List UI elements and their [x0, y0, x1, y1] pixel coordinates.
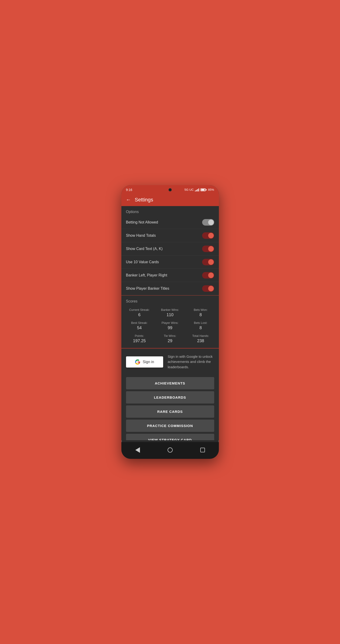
time-display: 9:16 [126, 188, 132, 192]
option-hand-totals: Show Hand Totals [121, 229, 219, 242]
signin-description: Sign in with Google to unlock achievemen… [168, 354, 214, 370]
signal-icon [195, 188, 199, 192]
score-cell-7: Tie Wins: 29 [157, 334, 184, 343]
score-label-5: Bets Lost: [187, 321, 214, 324]
score-label-3: Best Streak: [126, 321, 153, 324]
score-value-7: 29 [157, 338, 184, 343]
status-icons: 5G UC 85% [185, 188, 214, 192]
scores-grid: Current Streak: 6 Banker Wins: 110 Bets … [121, 305, 219, 348]
score-label-1: Banker Wins: [157, 308, 184, 312]
toggle-thumb-4 [208, 272, 214, 278]
settings-content: Options Betting Not Allowed Show Hand To… [121, 206, 219, 440]
toggle-banker-left[interactable] [202, 272, 214, 278]
score-cell-6: Points: 197.25 [126, 334, 153, 343]
score-value-3: 54 [126, 326, 153, 330]
phone-frame: 9:16 5G UC 85% ← Settings [121, 185, 219, 459]
score-cell-3: Best Streak: 54 [126, 321, 153, 330]
score-cell-4: Player Wins: 99 [157, 321, 184, 330]
score-value-5: 8 [187, 326, 214, 330]
toggle-thumb-2 [208, 246, 214, 252]
toggle-thumb-5 [208, 286, 214, 291]
google-logo-icon [135, 359, 140, 365]
score-cell-0: Current Streak: 6 [126, 308, 153, 317]
option-label-1: Show Hand Totals [126, 234, 156, 238]
achievements-button[interactable]: ACHIEVEMENTS [126, 377, 214, 389]
page-title: Settings [135, 197, 153, 203]
signal-bar-3 [197, 189, 198, 192]
toggle-thumb-3 [208, 259, 214, 265]
leaderboards-button[interactable]: LEADERBOARDS [126, 391, 214, 404]
option-card-text: Show Card Text (A, K) [121, 242, 219, 256]
signal-bar-2 [196, 190, 197, 192]
score-cell-2: Bets Won: 8 [187, 308, 214, 317]
score-value-1: 110 [157, 312, 184, 317]
option-label-4: Banker Left, Player Right [126, 273, 167, 278]
battery-icon [201, 188, 207, 191]
toggle-thumb-1 [208, 233, 214, 238]
recent-square-icon [200, 448, 205, 452]
score-label-2: Bets Won: [187, 308, 214, 312]
option-label-2: Show Card Text (A, K) [126, 247, 163, 251]
score-value-2: 8 [187, 312, 214, 317]
google-signin-button[interactable]: Sign in [126, 356, 163, 368]
google-signin-label: Sign in [143, 360, 154, 364]
navigation-bar [121, 442, 219, 459]
network-label: 5G UC [185, 188, 194, 192]
toggle-hand-totals[interactable] [202, 232, 214, 239]
score-label-4: Player Wins: [157, 321, 184, 324]
battery-percent: 85% [208, 188, 214, 192]
score-value-8: 238 [187, 338, 214, 343]
signal-bar-1 [195, 190, 196, 192]
nav-home-button[interactable] [166, 446, 174, 454]
score-label-7: Tie Wins: [157, 334, 184, 338]
score-cell-5: Bets Lost: 8 [187, 321, 214, 330]
app-header: ← Settings [121, 194, 219, 206]
signal-bar-4 [198, 188, 199, 192]
back-button[interactable]: ← [126, 197, 131, 203]
toggle-10-value[interactable] [202, 259, 214, 265]
camera-notch [168, 188, 172, 192]
options-section-label: Options [121, 206, 219, 216]
nav-recent-button[interactable] [198, 446, 207, 454]
signin-section: Sign in Sign in with Google to unlock ac… [121, 348, 219, 376]
view-strategy-button[interactable]: VIEW STRATEGY CARD [126, 434, 214, 440]
option-label-0: Betting Not Allowed [126, 220, 158, 224]
option-label-5: Show Player Banker Titles [126, 286, 169, 291]
back-triangle-icon [135, 447, 140, 453]
option-label-3: Use 10 Value Cards [126, 260, 159, 264]
nav-back-button[interactable] [133, 446, 142, 454]
toggle-betting[interactable] [202, 219, 214, 226]
score-cell-8: Total Hands: 238 [187, 334, 214, 343]
option-banker-left: Banker Left, Player Right [121, 269, 219, 282]
toggle-card-text[interactable] [202, 246, 214, 252]
score-value-4: 99 [157, 326, 184, 330]
home-circle-icon [168, 448, 173, 452]
score-value-0: 6 [126, 312, 153, 317]
camera-dot [168, 188, 172, 192]
score-cell-1: Banker Wins: 110 [157, 308, 184, 317]
option-10-value: Use 10 Value Cards [121, 256, 219, 269]
score-value-6: 197.25 [126, 338, 153, 343]
toggle-player-banker[interactable] [202, 285, 214, 292]
option-betting: Betting Not Allowed [121, 216, 219, 229]
score-label-6: Points: [126, 334, 153, 338]
score-label-8: Total Hands: [187, 334, 214, 338]
score-label-0: Current Streak: [126, 308, 153, 312]
scores-section-label: Scores [121, 296, 219, 305]
status-bar: 9:16 5G UC 85% [121, 185, 219, 194]
toggle-thumb-betting [208, 220, 214, 225]
rare-cards-button[interactable]: RARE CARDS [126, 406, 214, 418]
practice-commission-button[interactable]: PRACTICE COMMISSION [126, 420, 214, 432]
option-player-banker-titles: Show Player Banker Titles [121, 282, 219, 295]
